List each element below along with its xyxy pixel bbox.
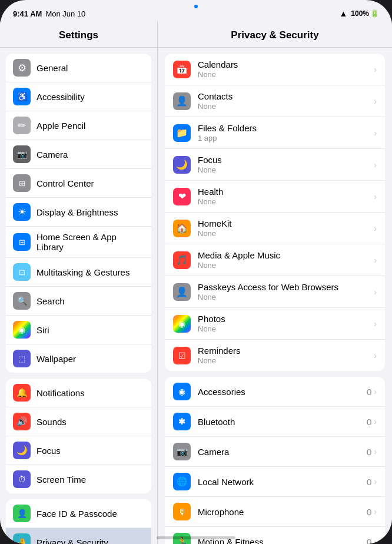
display-brightness-icon: ☀ (13, 203, 31, 221)
homekit-text: HomeKit None (198, 218, 374, 238)
chevron-icon: › (374, 224, 377, 233)
homekit-sub: None (198, 229, 374, 238)
panel-item-passkeys[interactable]: 👤 Passkeys Access for Web Browsers None … (165, 276, 385, 308)
sidebar-item-label: Siri (36, 325, 49, 335)
panel-item-calendars[interactable]: 📅 Calendars None › (165, 54, 385, 85)
contacts-name: Contacts (198, 91, 374, 101)
sidebar-item-notifications[interactable]: 🔔 Notifications (6, 379, 151, 407)
sidebar-item-siri[interactable]: ◉ Siri (6, 316, 151, 344)
contacts-text: Contacts None (198, 91, 374, 111)
sidebar-item-label: Multitasking & Gestures (36, 267, 129, 277)
sidebar[interactable]: Settings ⚙ General ♿ Accessibility ✏ App… (0, 21, 158, 544)
health-right: › (374, 192, 377, 201)
panel-item-files-folders[interactable]: 📁 Files & Folders 1 app › (165, 117, 385, 149)
chevron-icon: › (374, 192, 377, 201)
panel-item-photos[interactable]: ◉ Photos None › (165, 308, 385, 340)
local-network-right: 0 › (367, 477, 377, 487)
reminders-text: Reminders None (198, 346, 374, 365)
panel-item-media-music[interactable]: 🎵 Media & Apple Music None › (165, 244, 385, 276)
sidebar-item-label: Display & Brightness (36, 207, 118, 217)
bluetooth-name: Bluetooth (198, 417, 367, 427)
chevron-icon: › (374, 447, 377, 456)
panel-item-health[interactable]: ❤ Health None › (165, 181, 385, 213)
apple-pencil-icon: ✏ (13, 117, 31, 134)
panel-item-microphone[interactable]: 🎙 Microphone 0 › (165, 497, 385, 527)
sidebar-item-camera[interactable]: 📷 Camera (6, 140, 151, 169)
right-panel[interactable]: Privacy & Security 📅 Calendars None › 👤 … (158, 21, 392, 544)
contacts-icon: 👤 (173, 92, 191, 110)
sidebar-item-face-id[interactable]: 👤 Face ID & Passcode (6, 499, 151, 528)
sidebar-item-label: Sounds (36, 417, 67, 427)
chevron-icon: › (374, 507, 377, 516)
status-time: 9:41 AM (13, 9, 42, 18)
panel-item-local-network[interactable]: 🌐 Local Network 0 › (165, 467, 385, 497)
microphone-name: Microphone (198, 507, 367, 517)
sidebar-item-control-center[interactable]: ⊞ Control Center (6, 169, 151, 198)
sidebar-item-apple-pencil[interactable]: ✏ Apple Pencil (6, 111, 151, 140)
media-right: › (374, 256, 377, 265)
focus-text: Focus None (198, 155, 374, 174)
wifi-icon: ▲ (339, 9, 347, 18)
focus-panel-icon: 🌙 (173, 156, 191, 174)
sidebar-section-security: 👤 Face ID & Passcode 🤚 Privacy & Securit… (6, 499, 151, 544)
sidebar-item-wallpaper[interactable]: ⬚ Wallpaper (6, 344, 151, 373)
chevron-icon: › (374, 477, 377, 486)
sidebar-item-accessibility[interactable]: ♿ Accessibility (6, 82, 151, 111)
accessories-name: Accessories (198, 387, 367, 397)
panel-item-motion-fitness[interactable]: 🏃 Motion & Fitness 0 › (165, 527, 385, 544)
contacts-sub: None (198, 102, 374, 111)
microphone-icon: 🎙 (173, 503, 191, 520)
sidebar-item-privacy-security[interactable]: 🤚 Privacy & Security (6, 528, 151, 544)
sidebar-section-system: ⚙ General ♿ Accessibility ✏ Apple Pencil… (6, 54, 151, 373)
multitasking-icon: ⊡ (13, 263, 31, 281)
panel-item-focus[interactable]: 🌙 Focus None › (165, 149, 385, 181)
sidebar-item-label: Search (36, 296, 65, 306)
sidebar-item-label: Screen Time (36, 475, 86, 485)
sidebar-item-display-brightness[interactable]: ☀ Display & Brightness (6, 198, 151, 227)
general-icon: ⚙ (13, 59, 31, 77)
panel-item-bluetooth[interactable]: ✱ Bluetooth 0 › (165, 407, 385, 437)
calendars-icon: 📅 (173, 61, 191, 78)
panel-item-accessories[interactable]: ◉ Accessories 0 › (165, 377, 385, 407)
health-sub: None (198, 197, 374, 206)
photos-right: › (374, 319, 377, 329)
notifications-icon: 🔔 (13, 384, 31, 402)
privacy-security-icon: 🤚 (13, 533, 31, 544)
passkeys-right: › (374, 287, 377, 297)
contacts-right: › (374, 97, 377, 106)
sidebar-item-sounds[interactable]: 🔊 Sounds (6, 407, 151, 436)
focus-icon: 🌙 (13, 442, 31, 459)
sidebar-section-notifications: 🔔 Notifications 🔊 Sounds 🌙 Focus ⏱ Scree… (6, 379, 151, 493)
panel-item-reminders[interactable]: ☑ Reminders None › (165, 340, 385, 371)
calendars-text: Calendars None (198, 59, 374, 79)
homekit-name: HomeKit (198, 218, 374, 228)
calendars-name: Calendars (198, 59, 374, 69)
files-right: › (374, 128, 377, 138)
calendars-sub: None (198, 70, 374, 79)
sidebar-item-general[interactable]: ⚙ General (6, 54, 151, 82)
sidebar-item-screen-time[interactable]: ⏱ Screen Time (6, 465, 151, 493)
photos-sub: None (198, 324, 374, 333)
sidebar-item-label: Control Center (36, 178, 94, 188)
sidebar-item-label: Accessibility (36, 92, 85, 102)
camera-p-icon: 📷 (173, 443, 191, 460)
media-sub: None (198, 261, 374, 270)
reminders-icon: ☑ (173, 347, 191, 364)
panel-item-contacts[interactable]: 👤 Contacts None › (165, 85, 385, 117)
panel-item-homekit[interactable]: 🏠 HomeKit None › (165, 213, 385, 244)
chevron-icon: › (374, 97, 377, 106)
sidebar-item-multitasking[interactable]: ⊡ Multitasking & Gestures (6, 258, 151, 287)
files-text: Files & Folders 1 app (198, 123, 374, 142)
focus-panel-name: Focus (198, 155, 374, 165)
sidebar-item-focus[interactable]: 🌙 Focus (6, 436, 151, 465)
focus-sub: None (198, 165, 374, 174)
status-left: 9:41 AM Mon Jun 10 (13, 9, 85, 18)
homekit-icon: 🏠 (173, 220, 191, 237)
microphone-text: Microphone (198, 507, 367, 517)
panel-item-camera-p[interactable]: 📷 Camera 0 › (165, 437, 385, 467)
accessories-count: 0 (367, 387, 371, 397)
microphone-right: 0 › (367, 507, 377, 517)
sidebar-item-label: General (36, 63, 68, 73)
sidebar-item-search[interactable]: 🔍 Search (6, 287, 151, 316)
sidebar-item-home-screen[interactable]: ⊞ Home Screen & App Library (6, 227, 151, 258)
